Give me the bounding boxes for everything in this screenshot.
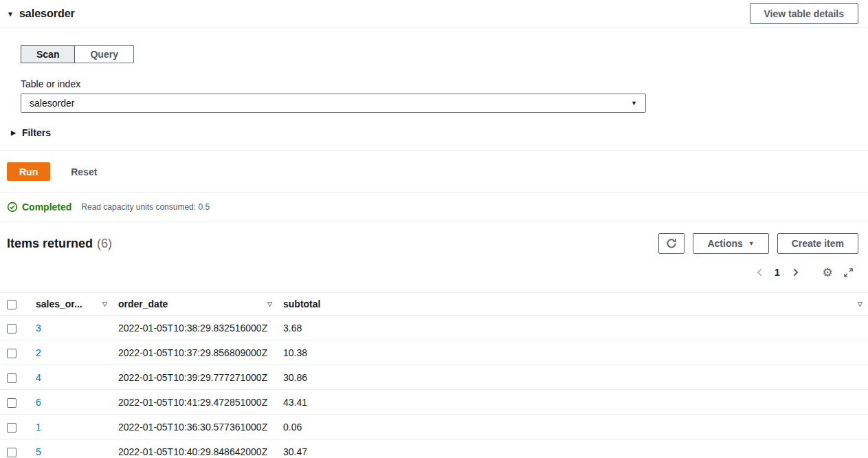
table-name: salesorder — [19, 8, 75, 20]
table-or-index-value: salesorder — [30, 98, 74, 109]
items-actions: Actions ▼ Create item — [658, 233, 858, 254]
sort-icon[interactable]: ▽ — [858, 301, 863, 307]
sales-order-link[interactable]: 5 — [36, 446, 41, 457]
run-button[interactable]: Run — [7, 162, 50, 181]
sales-order-link[interactable]: 2 — [36, 347, 41, 358]
refresh-icon — [666, 238, 677, 249]
scan-query-toggle: Scan Query — [21, 45, 134, 63]
filters-expander[interactable]: ▶ Filters — [11, 127, 868, 150]
order-date-cell: 2022-01-05T10:37:29.856809000Z — [113, 340, 278, 365]
column-header-subtotal[interactable]: subtotal — [283, 298, 320, 309]
pagination: 1 ⚙ — [0, 254, 868, 281]
status-badge: Completed — [7, 201, 71, 212]
items-returned-label: Items returned — [7, 237, 93, 251]
column-header-sales-order[interactable]: sales_or... — [36, 298, 82, 309]
row-checkbox[interactable] — [7, 324, 16, 334]
order-date-cell: 2022-01-05T10:41:29.472851000Z — [113, 390, 278, 415]
query-panel: Scan Query Table or index salesorder ▼ ▶… — [0, 28, 868, 151]
sales-order-link[interactable]: 3 — [36, 323, 41, 334]
table-row: 22022-01-05T10:37:29.856809000Z10.38 — [0, 340, 868, 365]
table-row: 42022-01-05T10:39:29.777271000Z30.86 — [0, 365, 868, 390]
expand-icon — [843, 268, 854, 278]
subtotal-cell: 30.86 — [278, 365, 868, 390]
collapse-caret-icon[interactable]: ▼ — [7, 10, 14, 18]
sales-order-link[interactable]: 1 — [36, 422, 41, 433]
row-checkbox[interactable] — [7, 349, 16, 358]
actions-label: Actions — [707, 238, 742, 249]
select-all-checkbox[interactable] — [7, 300, 16, 309]
table-row: 12022-01-05T10:36:30.577361000Z0.06 — [0, 415, 868, 439]
caret-right-icon: ▶ — [11, 129, 16, 136]
status-row: Completed Read capacity units consumed: … — [0, 193, 868, 221]
order-date-cell: 2022-01-05T10:40:29.848642000Z — [113, 439, 278, 458]
status-detail: Read capacity units consumed: 0.5 — [81, 202, 210, 212]
sort-icon[interactable]: ▽ — [102, 301, 107, 307]
row-checkbox[interactable] — [7, 423, 16, 433]
create-item-button[interactable]: Create item — [777, 233, 858, 254]
table-row: 32022-01-05T10:38:29.832516000Z3.68 — [0, 316, 868, 340]
items-table: sales_or... ▽ order_date ▽ subtotal ▽ 32… — [0, 292, 868, 458]
table-row: 62022-01-05T10:41:29.472851000Z43.41 — [0, 390, 868, 415]
previous-page-button[interactable] — [751, 264, 768, 281]
table-or-index-label: Table or index — [21, 78, 868, 89]
table-row: 52022-01-05T10:40:29.848642000Z30.47 — [0, 439, 868, 458]
status-text: Completed — [22, 201, 71, 212]
items-header: Items returned (6) Actions ▼ Create item — [0, 221, 868, 254]
sales-order-link[interactable]: 6 — [36, 397, 41, 408]
reset-button[interactable]: Reset — [71, 166, 97, 177]
page-title: ▼ salesorder — [7, 8, 75, 20]
items-count: (6) — [97, 237, 112, 251]
refresh-button[interactable] — [658, 233, 685, 254]
chevron-right-icon — [792, 268, 799, 277]
order-date-cell: 2022-01-05T10:39:29.777271000Z — [113, 365, 278, 390]
run-row: Run Reset — [0, 151, 868, 193]
row-checkbox[interactable] — [7, 373, 16, 383]
chevron-down-icon: ▼ — [631, 100, 637, 107]
items-table-body: 32022-01-05T10:38:29.832516000Z3.6822022… — [0, 316, 868, 458]
current-page[interactable]: 1 — [770, 267, 784, 278]
sort-icon[interactable]: ▽ — [267, 301, 272, 307]
check-circle-icon — [7, 201, 18, 212]
column-header-order-date[interactable]: order_date — [118, 298, 168, 309]
subtotal-cell: 0.06 — [278, 415, 868, 439]
preferences-button[interactable]: ⚙ — [819, 264, 836, 281]
tab-scan[interactable]: Scan — [21, 45, 75, 63]
sales-order-link[interactable]: 4 — [36, 372, 41, 383]
order-date-cell: 2022-01-05T10:36:30.577361000Z — [113, 415, 278, 439]
subtotal-cell: 43.41 — [278, 390, 868, 415]
table-header-row: sales_or... ▽ order_date ▽ subtotal ▽ — [0, 293, 868, 316]
filters-label: Filters — [22, 127, 51, 138]
subtotal-cell: 30.47 — [278, 439, 868, 458]
actions-dropdown-button[interactable]: Actions ▼ — [693, 233, 768, 254]
items-returned-title: Items returned (6) — [7, 237, 112, 251]
subtotal-cell: 3.68 — [278, 316, 868, 340]
tab-query[interactable]: Query — [74, 45, 133, 63]
next-page-button[interactable] — [787, 264, 803, 281]
row-checkbox[interactable] — [7, 398, 16, 408]
row-checkbox[interactable] — [7, 448, 16, 457]
chevron-left-icon — [757, 268, 763, 277]
gear-icon: ⚙ — [822, 267, 832, 279]
subtotal-cell: 10.38 — [278, 340, 868, 365]
view-table-details-button[interactable]: View table details — [750, 3, 858, 24]
chevron-down-icon: ▼ — [748, 240, 755, 247]
fullscreen-button[interactable] — [839, 264, 857, 281]
table-or-index-select[interactable]: salesorder ▼ — [21, 94, 646, 113]
table-header-bar: ▼ salesorder View table details — [0, 0, 868, 28]
order-date-cell: 2022-01-05T10:38:29.832516000Z — [113, 316, 278, 340]
